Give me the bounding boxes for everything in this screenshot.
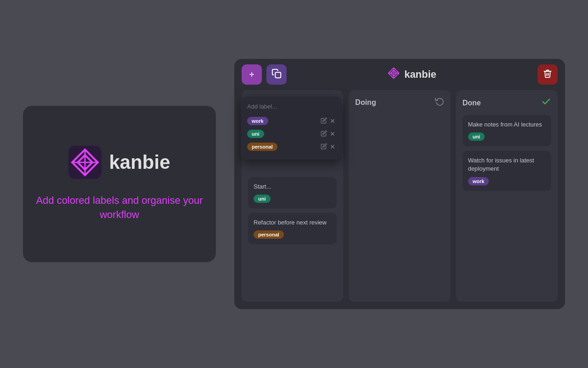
card-ai-lectures-labels: uni <box>468 132 546 141</box>
promo-logo: kanbie <box>68 146 170 179</box>
copy-icon <box>271 69 282 81</box>
edit-personal-icon[interactable] <box>321 143 327 151</box>
card-ai-lectures: Make notes from AI lectures uni <box>463 115 551 146</box>
column-done-header: Done <box>463 97 551 109</box>
app-header: + kan <box>234 59 565 90</box>
column-doing-title: Doing <box>355 98 376 107</box>
label-work-done-badge[interactable]: work <box>468 177 489 185</box>
header-title-area: kanbie <box>291 67 533 82</box>
trash-icon <box>543 69 552 80</box>
card-start-title: Start... <box>254 183 331 191</box>
column-done-title: Done <box>463 99 481 107</box>
promo-tagline: Add colored labels and organise your wor… <box>23 194 216 222</box>
remove-personal-icon[interactable]: ✕ <box>330 143 335 150</box>
plus-icon: + <box>249 69 254 80</box>
promo-card: kanbie Add colored labels and organise y… <box>23 106 216 262</box>
column-doing: Doing <box>349 90 450 302</box>
card-watch-issues: Watch for issues in latest deployment wo… <box>463 151 551 190</box>
logo-icon <box>68 146 102 179</box>
header-app-name: kanbie <box>404 69 436 80</box>
edit-uni-icon[interactable] <box>321 130 327 138</box>
card-refactor-title: Refactor before next review <box>254 218 331 227</box>
card-ai-lectures-title: Make notes from AI lectures <box>468 121 546 129</box>
card-start-labels: uni <box>254 195 331 203</box>
dropdown-label-work[interactable]: work <box>247 117 268 125</box>
dropdown-item-personal: personal ✕ <box>247 140 335 153</box>
delete-button[interactable] <box>537 64 558 85</box>
doing-cycle-icon <box>435 97 444 108</box>
header-logo-icon <box>388 67 400 82</box>
add-board-button[interactable]: + <box>242 64 262 85</box>
card-watch-issues-title: Watch for issues in latest deployment <box>468 156 546 173</box>
svg-rect-5 <box>275 72 281 78</box>
card-start: Start... uni <box>248 177 337 208</box>
app-window: + kan <box>234 59 565 309</box>
column-done: Done Make notes from AI lectures uni <box>456 90 558 302</box>
card-refactor-labels: personal <box>254 230 331 239</box>
main-container: kanbie Add colored labels and organise y… <box>23 59 565 309</box>
label-dropdown: Add label... work ✕ <box>241 97 342 160</box>
card-refactor: Refactor before next review personal <box>248 213 337 244</box>
dropdown-item-uni: uni ✕ <box>247 127 335 140</box>
promo-app-name: kanbie <box>109 151 170 173</box>
dropdown-personal-actions: ✕ <box>321 143 335 151</box>
done-check-icon <box>541 97 551 109</box>
column-todo: To-do Add label... work <box>242 90 343 302</box>
label-uni-done-badge[interactable]: uni <box>468 132 485 141</box>
dropdown-uni-actions: ✕ <box>321 130 335 138</box>
dropdown-label-personal[interactable]: personal <box>247 143 277 151</box>
dropdown-label-uni[interactable]: uni <box>247 130 264 138</box>
card-watch-issues-labels: work <box>468 177 546 185</box>
dropdown-placeholder: Add label... <box>247 103 335 110</box>
label-uni-badge[interactable]: uni <box>254 195 271 203</box>
column-doing-header: Doing <box>355 97 444 108</box>
remove-uni-icon[interactable]: ✕ <box>330 130 335 138</box>
columns-area: To-do Add label... work <box>234 90 565 309</box>
copy-button[interactable] <box>266 64 287 85</box>
dropdown-work-actions: ✕ <box>321 117 335 125</box>
label-personal-badge[interactable]: personal <box>254 230 284 239</box>
remove-work-icon[interactable]: ✕ <box>330 117 335 125</box>
edit-work-icon[interactable] <box>321 117 327 125</box>
dropdown-item-work: work ✕ <box>247 115 335 127</box>
